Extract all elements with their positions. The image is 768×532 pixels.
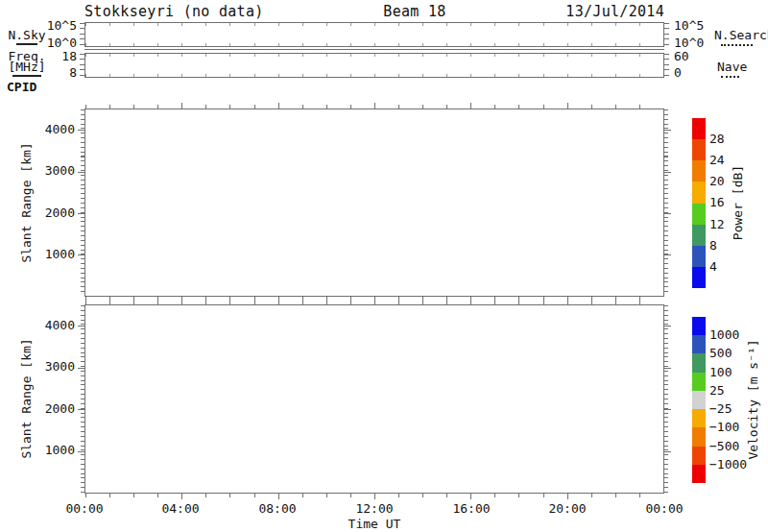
velocity-colorbar-segment: [692, 391, 706, 409]
power-colorbar-segment: [692, 204, 706, 225]
power-colorbar-segment: [692, 118, 706, 139]
power-left-minor-ticks: [81, 109, 84, 296]
velocity-colorbar-tick: −500: [709, 440, 739, 453]
noise-strip-hour-ticks-bottom: [85, 43, 663, 46]
noise-ytick-label-right: 10^0: [674, 36, 704, 50]
time-tick-label: 04:00: [161, 502, 199, 516]
velocity-xtick: [567, 493, 568, 499]
power-ytick-label: 1000: [33, 248, 75, 261]
velocity-xtick: [470, 299, 471, 305]
noise-strip-panel: [84, 22, 664, 47]
velocity-ytick-label: 1000: [33, 444, 75, 457]
velocity-ytick-3000: [78, 368, 85, 369]
nave-ytick-label-right: 60: [674, 50, 689, 63]
velocity-left-minor-ticks: [81, 305, 84, 493]
noise-strip-right-ticks: [664, 23, 669, 46]
velocity-ytick-4000: [78, 326, 85, 326]
power-ytick-label: 4000: [33, 123, 75, 136]
velocity-ytick-4000-r: [663, 326, 671, 326]
noise-ytick-label: 10^5: [35, 19, 77, 33]
freq-ytick-label: 8: [35, 66, 77, 80]
velocity-colorbar-segment: [692, 317, 706, 335]
power-xtick: [181, 103, 182, 109]
power-colorbar-tick: 12: [709, 218, 725, 231]
velocity-ytick-1000-r: [663, 451, 671, 452]
freq-strip-panel: [84, 53, 664, 78]
power-xtick: [278, 103, 279, 109]
velocity-ytick-1000: [78, 451, 85, 452]
velocity-xtick: [470, 493, 471, 499]
nsearch-legend-label: N.Search: [714, 29, 768, 42]
noise-strip-left-ticks: [80, 23, 84, 46]
velocity-colorbar-segment: [692, 335, 706, 353]
power-ytick-3000-r: [663, 172, 671, 173]
velocity-colorbar: [692, 317, 706, 483]
power-colorbar-tick: 16: [709, 196, 725, 209]
nsearch-legend-dotted-line: [721, 44, 753, 46]
power-xtick: [470, 103, 471, 109]
time-tick-label: 00:00: [645, 502, 683, 516]
velocity-colorbar-segment: [692, 409, 706, 427]
noise-strip-baseline: [84, 49, 664, 50]
power-ytick-4000: [78, 130, 85, 131]
nave-legend-dotted-line: [721, 76, 739, 78]
power-ytick-2000-r: [663, 213, 671, 214]
cpid-label: CPID: [7, 81, 36, 94]
date-title: 13/Jul/2014: [565, 3, 664, 20]
velocity-ytick-2000: [78, 409, 85, 410]
velocity-xtick: [374, 493, 375, 499]
time-tick-label: 00:00: [65, 502, 103, 516]
velocity-ytick-2000-r: [663, 409, 671, 410]
power-colorbar-segment: [692, 246, 706, 267]
power-ytick-label: 3000: [33, 164, 75, 178]
power-colorbar-segment: [692, 267, 706, 288]
station-title: Stokkseyri (no data): [84, 3, 264, 20]
title-bar: Stokkseyri (no data) Beam 18 13/Jul/2014: [84, 3, 664, 20]
power-ytick-1000: [78, 254, 85, 255]
power-colorbar-tick: 4: [709, 260, 717, 274]
velocity-panel: [84, 304, 664, 494]
velocity-colorbar-tick: −1000: [709, 458, 747, 472]
velocity-colorbar-segment: [692, 465, 706, 483]
noise-ytick-label: 10^0: [35, 36, 77, 50]
noise-strip-hour-ticks-top: [85, 23, 663, 26]
velocity-colorbar-tick: −100: [709, 421, 739, 434]
velocity-ytick-label: 2000: [33, 402, 75, 416]
velocity-xtick: [374, 299, 375, 305]
velocity-colorbar-tick: −25: [709, 402, 732, 416]
nave-ytick-label-right: 0: [674, 66, 682, 80]
velocity-ytick-label: 4000: [33, 319, 75, 332]
freq-strip-hour-ticks-top: [85, 54, 663, 57]
velocity-xtick: [278, 299, 279, 305]
freq-strip-left-ticks: [80, 54, 84, 77]
power-right-minor-ticks: [664, 109, 668, 296]
time-tick-label: 08:00: [258, 502, 296, 516]
power-colorbar: [692, 118, 706, 288]
nave-legend-label: Nave: [717, 60, 747, 74]
time-tick-label: 20:00: [548, 502, 586, 516]
time-tick-label: 12:00: [355, 502, 393, 516]
power-colorbar-tick: 8: [709, 239, 717, 253]
power-ytick-2000: [78, 213, 85, 214]
velocity-colorbar-title: Velocity [m s⁻¹]: [746, 339, 760, 459]
velocity-colorbar-segment: [692, 447, 706, 465]
power-yaxis-title: Slant Range [km]: [19, 142, 34, 262]
velocity-xtick: [278, 493, 279, 499]
power-panel: [84, 109, 664, 297]
freq-ytick-label: 18: [35, 50, 77, 63]
velocity-colorbar-segment: [692, 373, 706, 391]
power-xtick: [567, 103, 568, 109]
power-colorbar-title: Power [dB]: [731, 165, 745, 240]
power-ytick-label: 2000: [33, 206, 75, 220]
power-colorbar-segment: [692, 160, 706, 181]
freq-strip-hour-ticks-bottom: [85, 74, 663, 77]
velocity-right-minor-ticks: [664, 305, 668, 493]
power-colorbar-segment: [692, 181, 706, 203]
velocity-colorbar-tick: 500: [709, 347, 732, 360]
time-tick-label: 16:00: [452, 502, 490, 516]
power-ytick-3000: [78, 172, 85, 173]
velocity-colorbar-tick: 100: [709, 366, 732, 379]
power-ytick-4000-r: [663, 130, 671, 131]
velocity-colorbar-segment: [692, 353, 706, 372]
velocity-xtick: [567, 299, 568, 305]
